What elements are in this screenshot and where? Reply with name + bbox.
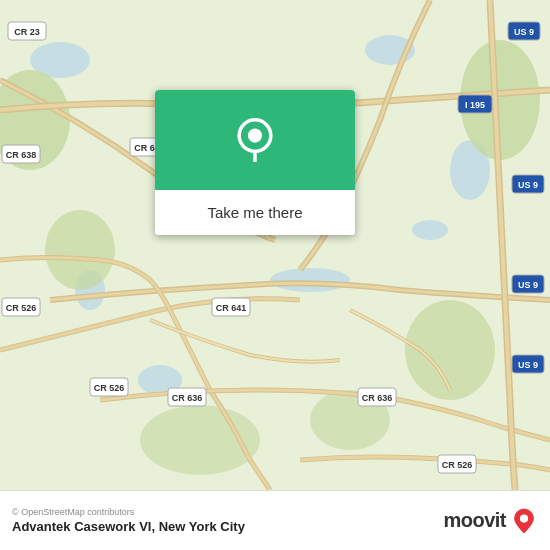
location-pin-icon [233,118,277,162]
svg-text:I 195: I 195 [465,100,485,110]
bottom-bar: © OpenStreetMap contributors Advantek Ca… [0,490,550,550]
moovit-logo: moovit [443,507,538,535]
svg-text:US 9: US 9 [518,180,538,190]
map-container: CR 23 US 9 I 195 CR 638 CR 641 CR 64 CR … [0,0,550,490]
svg-text:CR 638: CR 638 [6,150,37,160]
svg-text:CR 636: CR 636 [362,393,393,403]
take-me-there-button[interactable]: Take me there [155,190,355,235]
map-svg: CR 23 US 9 I 195 CR 638 CR 641 CR 64 CR … [0,0,550,490]
svg-point-44 [248,129,262,143]
popup-green-area [155,90,355,190]
svg-text:US 9: US 9 [518,360,538,370]
svg-text:CR 526: CR 526 [94,383,125,393]
svg-text:CR 23: CR 23 [14,27,40,37]
attribution-text: © OpenStreetMap contributors [12,507,245,517]
svg-text:CR 641: CR 641 [216,303,247,313]
svg-text:US 9: US 9 [514,27,534,37]
svg-text:US 9: US 9 [518,280,538,290]
svg-text:CR 526: CR 526 [6,303,37,313]
moovit-wordmark: moovit [443,509,506,532]
svg-point-4 [412,220,448,240]
moovit-pin-icon [510,507,538,535]
location-name: Advantek Casework VI, New York City [12,519,245,534]
bottom-left: © OpenStreetMap contributors Advantek Ca… [12,507,245,534]
svg-point-10 [45,210,115,290]
popup-card: Take me there [155,90,355,235]
svg-point-5 [270,268,350,292]
svg-point-45 [520,514,528,522]
svg-text:CR 526: CR 526 [442,460,473,470]
svg-text:CR 636: CR 636 [172,393,203,403]
